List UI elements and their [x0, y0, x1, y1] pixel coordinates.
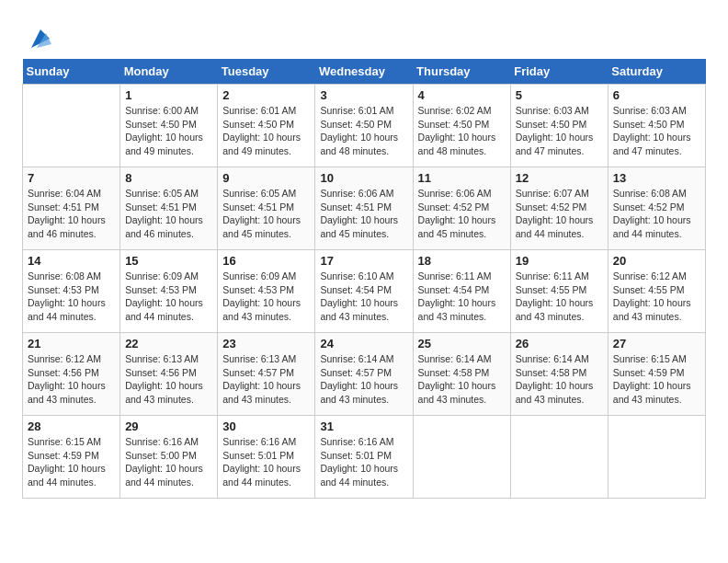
week-row-2: 7Sunrise: 6:04 AMSunset: 4:51 PMDaylight… — [23, 167, 706, 250]
day-number: 17 — [320, 254, 407, 268]
day-info: Sunrise: 6:01 AMSunset: 4:50 PMDaylight:… — [222, 104, 310, 158]
week-row-3: 14Sunrise: 6:08 AMSunset: 4:53 PMDayligh… — [23, 250, 706, 333]
day-info: Sunrise: 6:08 AMSunset: 4:52 PMDaylight:… — [613, 187, 700, 241]
calendar-cell: 14Sunrise: 6:08 AMSunset: 4:53 PMDayligh… — [23, 250, 120, 333]
day-info: Sunrise: 6:12 AMSunset: 4:55 PMDaylight:… — [613, 270, 700, 324]
day-number: 26 — [516, 337, 603, 350]
day-info: Sunrise: 6:03 AMSunset: 4:50 PMDaylight:… — [613, 104, 700, 158]
calendar-cell: 24Sunrise: 6:14 AMSunset: 4:57 PMDayligh… — [315, 333, 413, 416]
calendar-cell: 6Sunrise: 6:03 AMSunset: 4:50 PMDaylight… — [608, 85, 705, 167]
day-number: 15 — [125, 254, 212, 268]
logo — [22, 26, 53, 50]
day-number: 5 — [516, 88, 603, 102]
calendar-cell: 1Sunrise: 6:00 AMSunset: 4:50 PMDaylight… — [120, 85, 218, 167]
calendar-header-row: SundayMondayTuesdayWednesdayThursdayFrid… — [23, 59, 706, 85]
day-number: 7 — [28, 171, 115, 185]
col-header-saturday: Saturday — [608, 59, 705, 85]
day-info: Sunrise: 6:15 AMSunset: 4:59 PMDaylight:… — [28, 435, 115, 489]
calendar-cell: 26Sunrise: 6:14 AMSunset: 4:58 PMDayligh… — [510, 333, 608, 416]
calendar-cell — [608, 416, 705, 499]
day-info: Sunrise: 6:07 AMSunset: 4:52 PMDaylight:… — [516, 187, 603, 241]
day-info: Sunrise: 6:05 AMSunset: 4:51 PMDaylight:… — [125, 187, 212, 241]
calendar-cell: 4Sunrise: 6:02 AMSunset: 4:50 PMDaylight… — [413, 85, 510, 167]
day-info: Sunrise: 6:16 AMSunset: 5:00 PMDaylight:… — [125, 435, 212, 489]
calendar-cell: 29Sunrise: 6:16 AMSunset: 5:00 PMDayligh… — [120, 416, 218, 499]
calendar-cell: 10Sunrise: 6:06 AMSunset: 4:51 PMDayligh… — [315, 167, 413, 250]
day-number: 31 — [320, 419, 407, 433]
day-info: Sunrise: 6:12 AMSunset: 4:56 PMDaylight:… — [28, 352, 115, 407]
day-number: 28 — [28, 419, 115, 433]
calendar-cell: 20Sunrise: 6:12 AMSunset: 4:55 PMDayligh… — [608, 250, 705, 333]
day-info: Sunrise: 6:02 AMSunset: 4:50 PMDaylight:… — [418, 104, 506, 158]
day-number: 13 — [613, 171, 700, 185]
day-number: 25 — [418, 337, 506, 350]
day-info: Sunrise: 6:13 AMSunset: 4:56 PMDaylight:… — [125, 352, 212, 407]
col-header-monday: Monday — [120, 59, 218, 85]
calendar-cell: 7Sunrise: 6:04 AMSunset: 4:51 PMDaylight… — [23, 167, 120, 250]
col-header-sunday: Sunday — [23, 59, 120, 85]
day-info: Sunrise: 6:16 AMSunset: 5:01 PMDaylight:… — [320, 435, 407, 489]
day-number: 19 — [516, 254, 603, 268]
calendar-cell: 9Sunrise: 6:05 AMSunset: 4:51 PMDaylight… — [218, 167, 315, 250]
calendar-cell: 11Sunrise: 6:06 AMSunset: 4:52 PMDayligh… — [413, 167, 510, 250]
calendar-cell — [510, 416, 608, 499]
col-header-tuesday: Tuesday — [218, 59, 315, 85]
day-info: Sunrise: 6:00 AMSunset: 4:50 PMDaylight:… — [125, 104, 212, 158]
day-info: Sunrise: 6:10 AMSunset: 4:54 PMDaylight:… — [320, 270, 407, 324]
day-number: 6 — [613, 88, 700, 102]
day-number: 16 — [222, 254, 310, 268]
col-header-wednesday: Wednesday — [315, 59, 413, 85]
calendar-cell: 25Sunrise: 6:14 AMSunset: 4:58 PMDayligh… — [413, 333, 510, 416]
calendar-cell: 17Sunrise: 6:10 AMSunset: 4:54 PMDayligh… — [315, 250, 413, 333]
logo-icon — [24, 26, 53, 53]
day-info: Sunrise: 6:06 AMSunset: 4:52 PMDaylight:… — [418, 187, 506, 241]
day-info: Sunrise: 6:11 AMSunset: 4:54 PMDaylight:… — [418, 270, 506, 324]
day-number: 2 — [222, 88, 310, 102]
page-header — [22, 18, 706, 50]
day-number: 22 — [125, 337, 212, 350]
day-info: Sunrise: 6:16 AMSunset: 5:01 PMDaylight:… — [222, 435, 310, 489]
week-row-4: 21Sunrise: 6:12 AMSunset: 4:56 PMDayligh… — [23, 333, 706, 416]
calendar-cell: 30Sunrise: 6:16 AMSunset: 5:01 PMDayligh… — [218, 416, 315, 499]
day-info: Sunrise: 6:13 AMSunset: 4:57 PMDaylight:… — [222, 352, 310, 407]
calendar-cell: 23Sunrise: 6:13 AMSunset: 4:57 PMDayligh… — [218, 333, 315, 416]
day-number: 29 — [125, 419, 212, 433]
calendar-cell — [23, 85, 120, 167]
day-info: Sunrise: 6:14 AMSunset: 4:58 PMDaylight:… — [418, 352, 506, 407]
day-number: 9 — [222, 171, 310, 185]
day-number: 10 — [320, 171, 407, 185]
calendar-cell: 18Sunrise: 6:11 AMSunset: 4:54 PMDayligh… — [413, 250, 510, 333]
day-number: 12 — [516, 171, 603, 185]
day-number: 30 — [222, 419, 310, 433]
calendar-cell: 5Sunrise: 6:03 AMSunset: 4:50 PMDaylight… — [510, 85, 608, 167]
col-header-thursday: Thursday — [413, 59, 510, 85]
day-number: 4 — [418, 88, 506, 102]
calendar-table: SundayMondayTuesdayWednesdayThursdayFrid… — [22, 59, 706, 499]
day-number: 8 — [125, 171, 212, 185]
calendar-cell: 2Sunrise: 6:01 AMSunset: 4:50 PMDaylight… — [218, 85, 315, 167]
day-number: 23 — [222, 337, 310, 350]
calendar-cell: 21Sunrise: 6:12 AMSunset: 4:56 PMDayligh… — [23, 333, 120, 416]
calendar-cell: 27Sunrise: 6:15 AMSunset: 4:59 PMDayligh… — [608, 333, 705, 416]
calendar-cell: 13Sunrise: 6:08 AMSunset: 4:52 PMDayligh… — [608, 167, 705, 250]
day-info: Sunrise: 6:04 AMSunset: 4:51 PMDaylight:… — [28, 187, 115, 241]
col-header-friday: Friday — [510, 59, 608, 85]
day-info: Sunrise: 6:09 AMSunset: 4:53 PMDaylight:… — [222, 270, 310, 324]
day-number: 14 — [28, 254, 115, 268]
day-info: Sunrise: 6:03 AMSunset: 4:50 PMDaylight:… — [516, 104, 603, 158]
calendar-cell — [413, 416, 510, 499]
day-info: Sunrise: 6:14 AMSunset: 4:58 PMDaylight:… — [516, 352, 603, 407]
day-info: Sunrise: 6:15 AMSunset: 4:59 PMDaylight:… — [613, 352, 700, 407]
day-info: Sunrise: 6:11 AMSunset: 4:55 PMDaylight:… — [516, 270, 603, 324]
day-info: Sunrise: 6:08 AMSunset: 4:53 PMDaylight:… — [28, 270, 115, 324]
calendar-cell: 31Sunrise: 6:16 AMSunset: 5:01 PMDayligh… — [315, 416, 413, 499]
day-number: 18 — [418, 254, 506, 268]
day-info: Sunrise: 6:09 AMSunset: 4:53 PMDaylight:… — [125, 270, 212, 324]
day-info: Sunrise: 6:05 AMSunset: 4:51 PMDaylight:… — [222, 187, 310, 241]
week-row-5: 28Sunrise: 6:15 AMSunset: 4:59 PMDayligh… — [23, 416, 706, 499]
day-number: 27 — [613, 337, 700, 350]
calendar-cell: 15Sunrise: 6:09 AMSunset: 4:53 PMDayligh… — [120, 250, 218, 333]
calendar-cell: 28Sunrise: 6:15 AMSunset: 4:59 PMDayligh… — [23, 416, 120, 499]
calendar-cell: 22Sunrise: 6:13 AMSunset: 4:56 PMDayligh… — [120, 333, 218, 416]
week-row-1: 1Sunrise: 6:00 AMSunset: 4:50 PMDaylight… — [23, 85, 706, 167]
